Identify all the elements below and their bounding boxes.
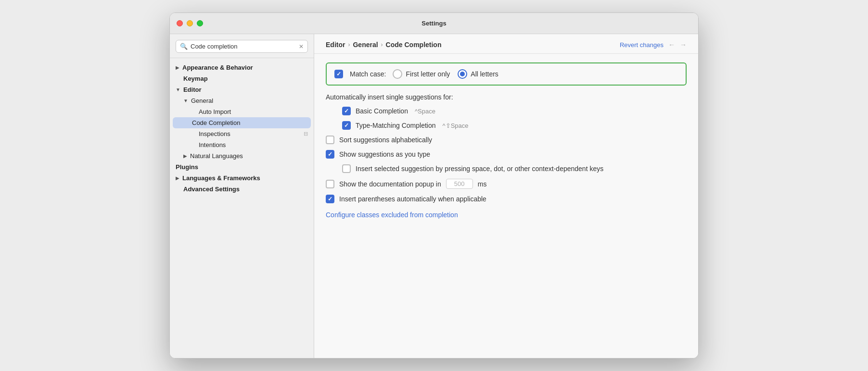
doc-popup-input[interactable] xyxy=(446,179,473,189)
breadcrumb-editor: Editor xyxy=(326,41,345,49)
sidebar-item-general[interactable]: ▼ General xyxy=(170,95,314,106)
breadcrumb: Editor › General › Code Completion xyxy=(326,41,441,49)
checkmark-icon: ✓ xyxy=(344,122,349,129)
sidebar-item-label: Intentions xyxy=(199,141,308,148)
sidebar-item-inspections[interactable]: Inspections ⊟ xyxy=(170,128,314,139)
show-suggestions-label: Show suggestions as you type xyxy=(339,150,430,158)
doc-popup-label: Show the documentation popup in xyxy=(339,180,441,188)
match-case-row: ✓ Match case: First letter only All lett… xyxy=(326,62,687,86)
sidebar-item-label: Editor xyxy=(183,86,308,93)
sidebar-item-intentions[interactable]: Intentions xyxy=(170,139,314,150)
right-panel: Editor › General › Code Completion Rever… xyxy=(314,34,698,358)
sidebar-item-plugins[interactable]: Plugins xyxy=(170,161,314,173)
sidebar-item-label: General xyxy=(191,97,308,104)
breadcrumb-sep-1: › xyxy=(348,41,350,48)
sidebar: 🔍 ✕ ▶ Appearance & Behavior xyxy=(170,34,314,358)
chevron-icon: ▶ xyxy=(183,153,187,159)
chevron-icon: ▼ xyxy=(176,87,180,92)
doc-popup-item: Show the documentation popup in ms xyxy=(326,176,687,192)
minimize-button[interactable] xyxy=(187,20,193,26)
sidebar-item-code-completion[interactable]: Code Completion xyxy=(173,117,311,128)
show-suggestions-item: ✓ Show suggestions as you type xyxy=(326,147,687,161)
basic-completion-item: ✓ Basic Completion ^Space xyxy=(326,104,687,118)
inspections-icon: ⊟ xyxy=(304,131,308,137)
radio-group: First letter only All letters xyxy=(393,69,498,79)
revert-changes-button[interactable]: Revert changes xyxy=(620,41,664,49)
search-icon: 🔍 xyxy=(180,43,188,50)
traffic-lights xyxy=(177,20,203,26)
sort-alpha-label: Sort suggestions alphabetically xyxy=(339,136,432,144)
type-matching-item: ✓ Type-Matching Completion ^⇧Space xyxy=(326,118,687,133)
sidebar-item-label: Keymap xyxy=(183,75,308,82)
sidebar-item-label: Plugins xyxy=(176,163,308,171)
radio-circle-first xyxy=(393,69,402,79)
sidebar-item-label: Auto Import xyxy=(199,108,308,115)
radio-label-all: All letters xyxy=(471,70,498,78)
checkmark-icon: ✓ xyxy=(344,108,349,114)
panel-header: Editor › General › Code Completion Rever… xyxy=(314,34,698,54)
chevron-icon: ▶ xyxy=(176,175,179,181)
panel-content: ✓ Match case: First letter only All lett… xyxy=(314,54,698,358)
basic-completion-shortcut: ^Space xyxy=(415,108,435,115)
sidebar-item-appearance[interactable]: ▶ Appearance & Behavior xyxy=(170,62,314,73)
sidebar-item-label: Languages & Frameworks xyxy=(182,174,308,182)
search-box[interactable]: 🔍 ✕ xyxy=(176,40,308,53)
search-clear-icon[interactable]: ✕ xyxy=(299,43,304,50)
back-arrow-button[interactable]: ← xyxy=(668,41,675,49)
doc-popup-checkbox[interactable] xyxy=(326,180,334,188)
breadcrumb-code-completion: Code Completion xyxy=(386,41,442,49)
chevron-icon: ▶ xyxy=(176,65,179,70)
breadcrumb-sep-2: › xyxy=(381,41,383,48)
sidebar-item-label: Appearance & Behavior xyxy=(182,64,308,71)
insert-parens-label: Insert parentheses automatically when ap… xyxy=(339,195,486,203)
basic-completion-checkbox[interactable]: ✓ xyxy=(342,107,351,115)
insert-selected-item: Insert selected suggestion by pressing s… xyxy=(326,161,687,176)
match-case-label: Match case: xyxy=(350,70,386,78)
sidebar-item-label: Advanced Settings xyxy=(176,186,308,193)
sidebar-item-label: Natural Languages xyxy=(190,152,308,160)
breadcrumb-general: General xyxy=(353,41,378,49)
match-case-checkbox[interactable]: ✓ xyxy=(334,70,343,78)
insert-selected-checkbox[interactable] xyxy=(342,164,351,173)
sidebar-nav: ▶ Appearance & Behavior Keymap ▼ Editor xyxy=(170,58,314,358)
checkmark-icon: ✓ xyxy=(328,151,332,158)
radio-circle-all xyxy=(458,69,467,79)
type-matching-label: Type-Matching Completion xyxy=(356,122,436,129)
title-bar: Settings xyxy=(170,13,698,34)
sidebar-item-advanced-settings[interactable]: Advanced Settings xyxy=(170,184,314,195)
forward-arrow-button[interactable]: → xyxy=(680,41,687,49)
sort-alpha-item: Sort suggestions alphabetically xyxy=(326,133,687,147)
type-matching-shortcut: ^⇧Space xyxy=(443,122,469,129)
chevron-icon: ▼ xyxy=(183,98,188,103)
type-matching-checkbox[interactable]: ✓ xyxy=(342,121,351,130)
basic-completion-label: Basic Completion xyxy=(356,107,408,115)
sidebar-item-editor[interactable]: ▼ Editor xyxy=(170,84,314,95)
auto-insert-label: Automatically insert single suggestions … xyxy=(326,93,687,101)
show-suggestions-checkbox[interactable]: ✓ xyxy=(326,150,334,159)
close-button[interactable] xyxy=(177,20,183,26)
insert-parens-item: ✓ Insert parentheses automatically when … xyxy=(326,192,687,206)
sidebar-item-auto-import[interactable]: Auto Import xyxy=(170,106,314,117)
main-content: 🔍 ✕ ▶ Appearance & Behavior xyxy=(170,34,698,358)
maximize-button[interactable] xyxy=(197,20,203,26)
panel-header-actions: Revert changes ← → xyxy=(620,41,687,49)
radio-first-letter[interactable]: First letter only xyxy=(393,69,450,79)
doc-popup-ms-label: ms xyxy=(478,180,487,188)
sidebar-item-label: Inspections xyxy=(199,130,304,137)
checkmark-icon: ✓ xyxy=(328,196,332,202)
sidebar-item-natural-languages[interactable]: ▶ Natural Languages xyxy=(170,150,314,161)
insert-parens-checkbox[interactable]: ✓ xyxy=(326,195,334,203)
sort-alpha-checkbox[interactable] xyxy=(326,136,334,144)
settings-window: Settings 🔍 ✕ ▶ Appearance & Behavior xyxy=(169,12,699,359)
settings-list: ✓ Basic Completion ^Space ✓ Type-Matchin… xyxy=(326,104,687,206)
radio-label-first: First letter only xyxy=(406,70,450,78)
sidebar-item-label: Code Completion xyxy=(192,119,307,126)
window-title: Settings xyxy=(421,20,446,27)
configure-classes-link[interactable]: Configure classes excluded from completi… xyxy=(326,211,458,219)
sidebar-item-keymap[interactable]: Keymap xyxy=(170,73,314,84)
checkmark-icon: ✓ xyxy=(336,71,341,77)
search-container: 🔍 ✕ xyxy=(170,34,314,58)
radio-all-letters[interactable]: All letters xyxy=(458,69,498,79)
sidebar-item-languages-frameworks[interactable]: ▶ Languages & Frameworks xyxy=(170,173,314,184)
search-input[interactable] xyxy=(191,43,296,50)
